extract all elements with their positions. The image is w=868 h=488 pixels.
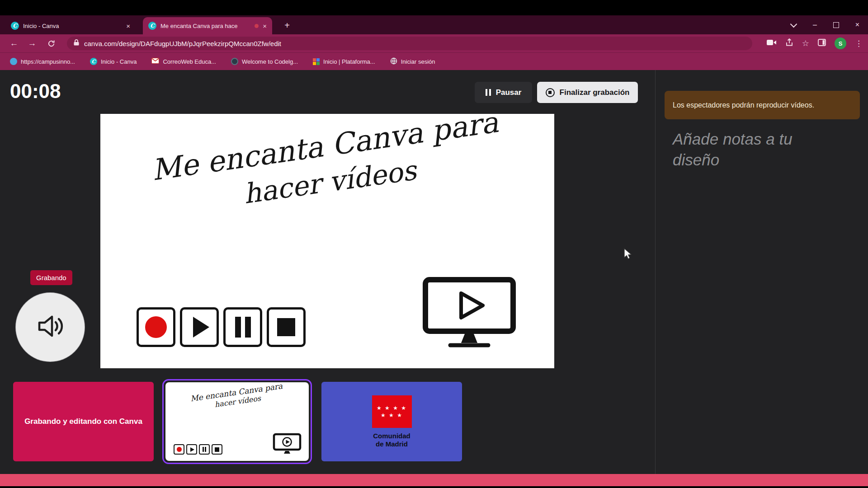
record-icon	[174, 444, 184, 455]
pause-button[interactable]: Pausar	[475, 82, 532, 103]
tab-title: Me encanta Canva para hace	[160, 23, 250, 29]
mouse-cursor-icon	[623, 248, 633, 262]
lock-icon	[73, 39, 80, 48]
finish-button-label: Finalizar grabación	[560, 88, 630, 97]
back-button[interactable]: ←	[6, 34, 22, 52]
recording-workspace: 00:08 Pausar Finalizar grabación Los esp…	[0, 70, 868, 474]
url-text: canva.com/design/DAFdugpUJbM/pJqrPeekzir…	[84, 40, 281, 47]
flag-stars-row: ★ ★ ★	[381, 413, 403, 418]
campus-site-icon	[10, 58, 17, 65]
bottom-accent-bar	[0, 474, 868, 486]
browser-tab-bar: C Inicio - Canva × C Me encanta Canva pa…	[0, 15, 868, 34]
bookmark-label: Welcome to Codelg...	[242, 58, 298, 65]
bookmark-label: CorreoWeb Educa...	[163, 58, 216, 65]
bookmark-codelg[interactable]: Welcome to Codelg...	[231, 58, 298, 65]
notes-placeholder[interactable]: Añade notas a tu diseño	[673, 129, 793, 170]
slide-thumbnail-3[interactable]: ★ ★ ★ ★ ★ ★ ★ Comunidad de Madrid	[321, 382, 462, 461]
record-icon	[137, 307, 175, 347]
canva-favicon-letter: C	[92, 59, 96, 65]
codelg-site-icon	[231, 58, 238, 65]
bookmark-label: Inicio - Canva	[101, 58, 137, 65]
logo-text-line: de Madrid	[373, 440, 410, 448]
tab-recording-indicator-icon	[255, 24, 259, 28]
reload-button[interactable]	[43, 34, 59, 52]
recording-status-badge: Grabando	[30, 270, 72, 285]
notes-placeholder-line: Añade notas a tu	[673, 129, 793, 150]
bookmark-star-icon[interactable]: ☆	[802, 38, 809, 48]
mini-recorder-controls-graphic	[174, 444, 222, 455]
bookmark-label: https://campusinno...	[21, 58, 75, 65]
mini-script-title: Me encanta Canva para hacer vídeos	[165, 382, 309, 416]
pause-graphic-icon	[199, 444, 210, 455]
profile-avatar[interactable]: S	[835, 38, 846, 49]
recorder-controls-graphic	[137, 307, 306, 347]
platform-grid-icon	[313, 58, 320, 65]
address-bar[interactable]: canva.com/design/DAFdugpUJbM/pJqrPeekzir…	[67, 37, 752, 50]
mail-icon	[151, 58, 159, 65]
tab-title: Inicio - Canva	[23, 23, 122, 29]
tab-inicio-canva[interactable]: C Inicio - Canva ×	[5, 17, 136, 34]
comunidad-madrid-flag-icon: ★ ★ ★ ★ ★ ★ ★	[372, 395, 412, 428]
tab-active-design[interactable]: C Me encanta Canva para hace ×	[143, 17, 272, 34]
tab-close-icon[interactable]: ×	[263, 22, 267, 30]
canva-favicon-letter: C	[13, 23, 17, 29]
finish-recording-button[interactable]: Finalizar grabación	[537, 82, 638, 103]
canva-favicon-icon: C	[90, 58, 97, 65]
bookmark-correoweb[interactable]: CorreoWeb Educa...	[151, 58, 216, 65]
play-icon	[180, 307, 219, 347]
toolbar-right-icons: ☆ S ⋮	[767, 34, 863, 52]
window-controls: – ×	[783, 15, 868, 34]
bookmark-label: Inicio | Plataforma...	[323, 58, 375, 65]
bookmark-label: Iniciar sesión	[401, 58, 435, 65]
stop-icon	[212, 444, 222, 455]
tv-play-icon	[422, 277, 516, 352]
design-canvas[interactable]: Me encanta Canva para hacer vídeos	[100, 114, 554, 368]
stop-icon	[267, 307, 306, 347]
bookmark-plataforma[interactable]: Inicio | Plataforma...	[313, 58, 375, 65]
pause-button-label: Pausar	[496, 88, 522, 97]
forward-button[interactable]: →	[24, 34, 40, 52]
slide1-label: Grabando y editando con Canva	[24, 417, 142, 426]
play-icon	[186, 444, 197, 455]
share-icon[interactable]	[785, 38, 793, 48]
globe-icon	[390, 57, 397, 66]
screen: C Inicio - Canva × C Me encanta Canva pa…	[0, 0, 868, 488]
mini-tv-play-icon	[273, 433, 302, 457]
tab-search-chevron-icon[interactable]	[783, 15, 804, 34]
browser-toolbar: ← → canva.com/design/DAFdugpUJbM/pJqrPee…	[0, 34, 868, 52]
slide-thumbnail-1[interactable]: Grabando y editando con Canva	[13, 382, 154, 461]
bookmark-iniciar-sesion[interactable]: Iniciar sesión	[390, 57, 435, 66]
bookmarks-bar: https://campusinno... C Inicio - Canva C…	[0, 52, 868, 70]
tab-close-icon[interactable]: ×	[126, 22, 130, 30]
stop-record-icon	[546, 88, 555, 97]
notes-placeholder-line: diseño	[673, 150, 793, 170]
comunidad-madrid-logo-text: Comunidad de Madrid	[373, 432, 410, 448]
viewers-notice: Los espectadores podrán reproducir vídeo…	[665, 91, 860, 119]
canva-favicon-letter: C	[150, 23, 155, 29]
bookmark-campus[interactable]: https://campusinno...	[10, 58, 75, 65]
canvas-script-title: Me encanta Canva para hacer vídeos	[98, 98, 557, 229]
logo-text-line: Comunidad	[373, 432, 410, 440]
browser-menu-icon[interactable]: ⋮	[855, 39, 863, 48]
audio-bubble[interactable]	[16, 293, 85, 361]
speaker-icon	[33, 309, 67, 345]
canva-favicon-icon: C	[11, 22, 19, 30]
slide2-card: Me encanta Canva para hacer vídeos	[165, 382, 309, 461]
canva-favicon-icon: C	[148, 22, 156, 30]
slide-thumbnail-2-selected[interactable]: Me encanta Canva para hacer vídeos	[162, 379, 312, 464]
side-panel-icon[interactable]	[818, 39, 826, 48]
notes-panel-divider	[655, 70, 656, 474]
tab-capture-camera-icon[interactable]	[767, 39, 777, 47]
window-close-button[interactable]: ×	[847, 15, 868, 34]
recording-timer: 00:08	[10, 80, 61, 103]
bookmark-canva[interactable]: C Inicio - Canva	[90, 58, 137, 65]
pause-graphic-icon	[223, 307, 262, 347]
flag-stars-row: ★ ★ ★ ★	[377, 405, 407, 411]
window-minimize-button[interactable]: –	[804, 15, 826, 34]
window-maximize-button[interactable]	[826, 15, 847, 34]
new-tab-button[interactable]: +	[281, 19, 293, 31]
pause-icon	[486, 89, 491, 96]
